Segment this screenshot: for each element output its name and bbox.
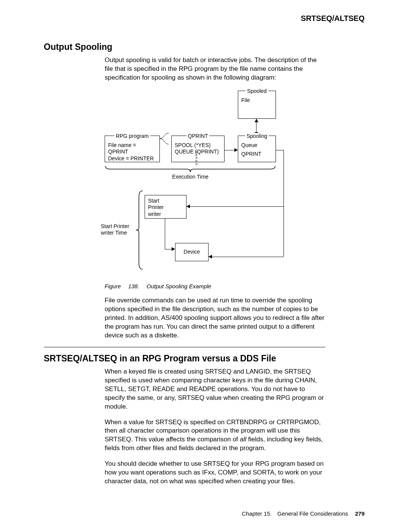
paragraph: When a value for SRTSEQ is specified on … (105, 418, 325, 453)
box-text: writer (148, 211, 183, 218)
box-text: QUEUE (QPRINT) (175, 149, 221, 155)
box-label: Spooled (245, 88, 268, 94)
brace-horizontal-icon (105, 165, 276, 173)
box-start-printer-writer: Start Printer writer (145, 195, 186, 219)
box-text: File (241, 97, 272, 104)
emphasis: all (240, 436, 246, 443)
body-block-1: Output spooling is valid for batch or in… (105, 56, 325, 82)
page-footer: Chapter 15. General File Considerations … (242, 510, 365, 518)
box-label: Spooling (245, 133, 269, 139)
heading-srtseq-altseq: SRTSEQ/ALTSEQ in an RPG Program versus a… (44, 353, 325, 364)
box-text: Device = PRINTER (108, 155, 156, 162)
connector-curve (160, 133, 171, 144)
connector (165, 219, 165, 249)
paragraph: File override commands can be used at ru… (105, 296, 325, 340)
arrowhead-right-icon (234, 148, 238, 152)
box-text: QPRINT (241, 151, 272, 158)
section-rule (44, 347, 325, 347)
label-start-printer-writer-time: Start Printer writer Time (101, 223, 135, 236)
arrowhead-right-icon (172, 247, 175, 251)
connector (186, 206, 284, 207)
heading-output-spooling: Output Spooling (44, 41, 325, 53)
figure-caption: Figure 138. Output Spooling Example (105, 283, 325, 290)
connector (225, 150, 234, 150)
connector (276, 150, 284, 150)
footer-page-number: 279 (355, 510, 365, 517)
brace-vertical-icon (135, 190, 143, 270)
box-label: QPRINT (186, 133, 210, 139)
box-text: File name = QPRINT (108, 142, 156, 155)
box-label: RPG program (114, 133, 150, 139)
box-text: Queue (241, 142, 272, 149)
body-block-2: When a keyed file is created using SRTSE… (105, 367, 325, 486)
box-text: Start (148, 198, 183, 204)
label-execution-time: Execution Time (105, 174, 276, 181)
page: SRTSEQ/ALTSEQ Output Spooling Output spo… (0, 0, 411, 532)
connector (165, 249, 172, 249)
box-text: SPOOL (*YES) (175, 142, 221, 149)
arrowhead-left-icon (186, 204, 190, 208)
running-header: SRTSEQ/ALTSEQ (301, 13, 365, 24)
box-rpg-program: RPG program File name = QPRINT Device = … (105, 136, 160, 162)
output-spooling-diagram: Spooled File RPG program File name = QPR… (105, 89, 325, 280)
footer-chapter: Chapter 15. General File Considerations (242, 510, 348, 517)
content-column: Output Spooling Output spooling is valid… (44, 41, 325, 493)
connector (209, 257, 284, 257)
zigzag-icon: ><><> (195, 151, 198, 165)
paragraph: Output spooling is valid for batch or in… (105, 56, 325, 82)
paragraph: When a keyed file is created using SRTSE… (105, 367, 325, 411)
box-text: Device (184, 249, 200, 255)
arrowhead-left-icon (209, 255, 212, 259)
figure-caption-block: Figure 138. Output Spooling Example File… (105, 283, 325, 340)
arrowhead-up-icon (255, 119, 258, 122)
box-spooled-file: Spooled File (238, 91, 276, 119)
connector (284, 150, 284, 257)
box-qprint: QPRINT SPOOL (*YES) QUEUE (QPRINT) (171, 136, 225, 162)
box-text: Printer (148, 204, 183, 211)
paragraph: You should decide whether to use SRTSEQ … (105, 460, 325, 486)
box-spooling-queue: Spooling Queue QPRINT (238, 136, 276, 162)
box-device: Device (175, 243, 209, 261)
